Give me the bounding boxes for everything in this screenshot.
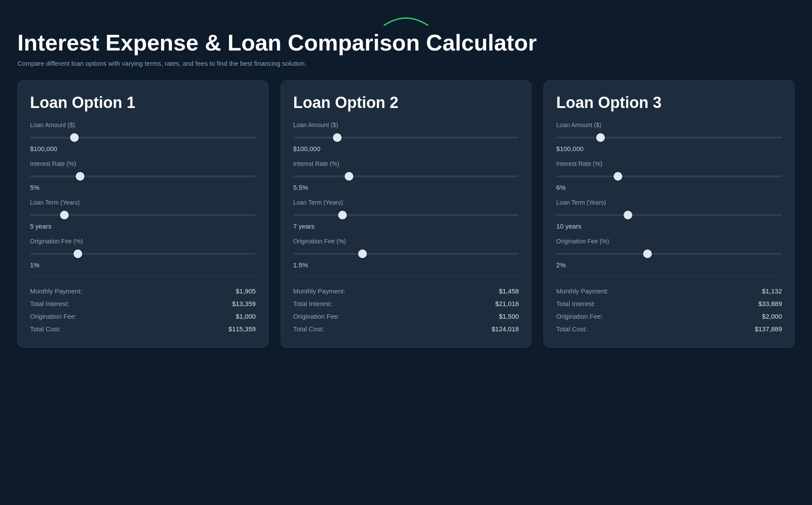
origination-fee-slider-1[interactable] bbox=[30, 253, 256, 255]
loan-term-label-3: Loan Term (Years) bbox=[556, 199, 782, 206]
total-cost-value-2: $124,018 bbox=[492, 325, 519, 333]
loan-amount-slider-3[interactable] bbox=[556, 137, 782, 138]
origination-fee-slider-2[interactable] bbox=[293, 253, 519, 255]
origination-fee-label-1: Origination Fee (%) bbox=[30, 238, 256, 245]
interest-rate-slider-wrapper-3 bbox=[556, 172, 782, 181]
loan-term-slider-1[interactable] bbox=[30, 214, 256, 216]
loan-title-3: Loan Option 3 bbox=[556, 94, 782, 112]
loan-amount-slider-wrapper-3 bbox=[556, 133, 782, 142]
loan-amount-slider-wrapper-1 bbox=[30, 133, 256, 142]
loan-amount-slider-1[interactable] bbox=[30, 137, 256, 138]
loan-term-slider-wrapper-1 bbox=[30, 210, 256, 220]
interest-rate-slider-2[interactable] bbox=[293, 175, 519, 177]
origination-fee-dollar-row-1: Origination Fee: $1,000 bbox=[30, 310, 256, 323]
origination-fee-dollar-row-3: Origination Fee: $2,000 bbox=[556, 310, 782, 323]
monthly-payment-value-2: $1,458 bbox=[499, 287, 519, 295]
interest-rate-label-1: Interest Rate (%) bbox=[30, 160, 256, 167]
origination-fee-section-1: Origination Fee (%) 1% bbox=[30, 238, 256, 269]
origination-fee-slider-wrapper-2 bbox=[293, 249, 519, 259]
loan-term-slider-2[interactable] bbox=[293, 214, 519, 216]
loan-term-section-1: Loan Term (Years) 5 years bbox=[30, 199, 256, 230]
total-interest-label-1: Total Interest: bbox=[30, 300, 69, 307]
origination-fee-section-3: Origination Fee (%) 2% bbox=[556, 238, 782, 269]
total-interest-value-1: $13,359 bbox=[232, 300, 255, 307]
loan-card-1: Loan Option 1 Loan Amount ($) $100,000 I… bbox=[17, 80, 268, 348]
total-cost-label-3: Total Cost: bbox=[556, 325, 587, 333]
total-interest-row-3: Total Interest: $33,889 bbox=[556, 297, 782, 310]
origination-fee-dollar-label-2: Origination Fee: bbox=[293, 313, 340, 320]
loan-amount-value-3: $100,000 bbox=[556, 145, 782, 152]
loan-term-value-2: 7 years bbox=[293, 222, 519, 230]
monthly-payment-label-2: Monthly Payment: bbox=[293, 287, 346, 295]
interest-rate-section-3: Interest Rate (%) 6% bbox=[556, 160, 782, 191]
origination-fee-dollar-row-2: Origination Fee: $1,500 bbox=[293, 310, 519, 323]
loan-term-value-3: 10 years bbox=[556, 222, 782, 230]
loan-amount-section-2: Loan Amount ($) $100,000 bbox=[293, 121, 519, 152]
origination-fee-value-1: 1% bbox=[30, 261, 256, 269]
page-header: Interest Expense & Loan Comparison Calcu… bbox=[17, 30, 795, 67]
loan-amount-label-3: Loan Amount ($) bbox=[556, 121, 782, 128]
divider-2 bbox=[293, 276, 519, 277]
loan-term-slider-wrapper-2 bbox=[293, 210, 519, 220]
monthly-payment-label-1: Monthly Payment: bbox=[30, 287, 82, 295]
total-interest-row-1: Total Interest: $13,359 bbox=[30, 297, 256, 310]
interest-rate-value-2: 5.5% bbox=[293, 184, 519, 191]
loan-amount-value-1: $100,000 bbox=[30, 145, 256, 152]
loan-term-label-1: Loan Term (Years) bbox=[30, 199, 256, 206]
total-cost-row-1: Total Cost: $115,359 bbox=[30, 323, 256, 335]
loan-title-1: Loan Option 1 bbox=[30, 94, 256, 112]
total-interest-value-2: $21,018 bbox=[495, 300, 519, 307]
top-arc-decoration bbox=[17, 13, 795, 26]
origination-fee-slider-wrapper-3 bbox=[556, 249, 782, 259]
total-cost-label-1: Total Cost: bbox=[30, 325, 61, 333]
loan-amount-label-1: Loan Amount ($) bbox=[30, 121, 256, 128]
interest-rate-label-2: Interest Rate (%) bbox=[293, 160, 519, 167]
loan-title-2: Loan Option 2 bbox=[293, 94, 519, 112]
monthly-payment-value-3: $1,132 bbox=[762, 287, 782, 295]
total-cost-value-3: $137,889 bbox=[755, 325, 782, 333]
origination-fee-value-3: 2% bbox=[556, 261, 782, 269]
total-interest-row-2: Total Interest: $21,018 bbox=[293, 297, 519, 310]
interest-rate-label-3: Interest Rate (%) bbox=[556, 160, 782, 167]
interest-rate-value-1: 5% bbox=[30, 184, 256, 191]
origination-fee-dollar-label-3: Origination Fee: bbox=[556, 313, 603, 320]
cards-container: Loan Option 1 Loan Amount ($) $100,000 I… bbox=[17, 80, 795, 348]
loan-term-slider-3[interactable] bbox=[556, 214, 782, 216]
origination-fee-dollar-value-1: $1,000 bbox=[236, 313, 256, 320]
interest-rate-section-2: Interest Rate (%) 5.5% bbox=[293, 160, 519, 191]
monthly-payment-row-1: Monthly Payment: $1,905 bbox=[30, 285, 256, 297]
total-cost-label-2: Total Cost: bbox=[293, 325, 324, 333]
loan-amount-slider-2[interactable] bbox=[293, 137, 519, 138]
interest-rate-slider-wrapper-1 bbox=[30, 172, 256, 181]
results-table-3: Monthly Payment: $1,132 Total Interest: … bbox=[556, 285, 782, 335]
loan-amount-section-3: Loan Amount ($) $100,000 bbox=[556, 121, 782, 152]
interest-rate-slider-1[interactable] bbox=[30, 175, 256, 177]
loan-term-label-2: Loan Term (Years) bbox=[293, 199, 519, 206]
divider-3 bbox=[556, 276, 782, 277]
origination-fee-section-2: Origination Fee (%) 1.5% bbox=[293, 238, 519, 269]
total-interest-label-3: Total Interest: bbox=[556, 300, 595, 307]
loan-term-section-2: Loan Term (Years) 7 years bbox=[293, 199, 519, 230]
interest-rate-value-3: 6% bbox=[556, 184, 782, 191]
results-table-1: Monthly Payment: $1,905 Total Interest: … bbox=[30, 285, 256, 335]
loan-amount-value-2: $100,000 bbox=[293, 145, 519, 152]
origination-fee-slider-wrapper-1 bbox=[30, 249, 256, 259]
origination-fee-dollar-value-2: $1,500 bbox=[499, 313, 519, 320]
loan-term-section-3: Loan Term (Years) 10 years bbox=[556, 199, 782, 230]
loan-amount-slider-wrapper-2 bbox=[293, 133, 519, 142]
results-table-2: Monthly Payment: $1,458 Total Interest: … bbox=[293, 285, 519, 335]
loan-card-3: Loan Option 3 Loan Amount ($) $100,000 I… bbox=[544, 80, 795, 348]
loan-term-value-1: 5 years bbox=[30, 222, 256, 230]
loan-amount-label-2: Loan Amount ($) bbox=[293, 121, 519, 128]
total-interest-value-3: $33,889 bbox=[758, 300, 782, 307]
monthly-payment-value-1: $1,905 bbox=[236, 287, 256, 295]
interest-rate-slider-3[interactable] bbox=[556, 175, 782, 177]
origination-fee-slider-3[interactable] bbox=[556, 253, 782, 255]
interest-rate-section-1: Interest Rate (%) 5% bbox=[30, 160, 256, 191]
total-cost-row-3: Total Cost: $137,889 bbox=[556, 323, 782, 335]
origination-fee-label-3: Origination Fee (%) bbox=[556, 238, 782, 245]
total-interest-label-2: Total Interest: bbox=[293, 300, 332, 307]
origination-fee-value-2: 1.5% bbox=[293, 261, 519, 269]
page-subtitle: Compare different loan options with vary… bbox=[17, 60, 795, 67]
monthly-payment-label-3: Monthly Payment: bbox=[556, 287, 608, 295]
